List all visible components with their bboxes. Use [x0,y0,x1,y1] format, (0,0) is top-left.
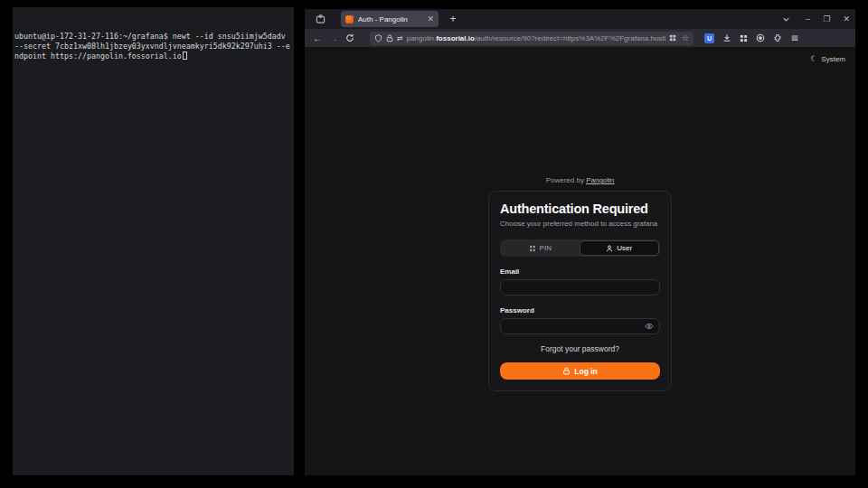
url-bar[interactable]: ⇄ pangolin.fossorial.io/auth/resource/90… [370,32,693,45]
circle-extension-icon[interactable] [756,33,765,42]
pangolin-link[interactable]: Pangolin [586,176,614,184]
swap-arrows-icon[interactable]: ⇄ [397,34,403,42]
new-tab-button[interactable]: + [446,12,460,26]
card-title: Authentication Required [500,202,660,216]
forgot-password-link[interactable]: Forgot your password? [500,344,660,353]
tab-pin-label: PIN [540,244,552,252]
theme-switcher[interactable]: ☾ System [810,54,845,63]
browser-toolbar: ← → ⇄ pangolin.fossorial.io/auth/resourc… [305,29,855,47]
reload-button[interactable] [343,31,357,45]
theme-label: System [821,55,845,63]
terminal-line: ndpoint https://pangolin.fossorial.io [14,52,187,61]
tab-pin[interactable]: PIN [501,240,580,256]
tab-strip: Auth - Pangolin ✕ + – ❐ ✕ [305,9,855,29]
window-close-button[interactable]: ✕ [843,15,850,23]
password-input[interactable] [506,323,645,331]
firefox-view-icon[interactable] [312,12,328,26]
bookmark-star-icon[interactable]: ☆ [682,34,689,42]
card-subtitle: Choose your preferred method to access g… [500,220,660,228]
password-field-wrap [500,318,660,334]
menu-hamburger-icon[interactable] [790,33,799,42]
auth-card: Authentication Required Choose your pref… [488,191,672,391]
auth-area: Powered by Pangolin Authentication Requi… [305,176,855,391]
shield-icon[interactable] [374,34,382,42]
terminal-cursor [183,52,187,60]
lock-icon[interactable] [386,34,393,42]
back-button[interactable]: ← [310,31,325,45]
email-input[interactable] [506,284,654,292]
terminal-line: --secret 7cbz1xw08lh1jbzey03yxvndljvneam… [14,42,292,52]
email-field-wrap [500,279,660,296]
page-content: ☾ System Powered by Pangolin Authenticat… [305,47,855,475]
tab-close-icon[interactable]: ✕ [427,15,434,23]
downloads-icon[interactable] [722,33,731,42]
terminal-window[interactable]: ubuntu@ip-172-31-27-116:~/grafana$ newt … [13,7,294,475]
powered-by: Powered by Pangolin [546,176,615,184]
padlock-icon [562,367,571,375]
extensions-puzzle-icon[interactable] [773,33,782,42]
login-button-label: Log in [574,367,598,376]
window-controls: – ❐ ✕ [806,9,850,29]
forward-button[interactable]: → [326,31,341,45]
moon-icon: ☾ [810,54,817,63]
browser-tab-auth-pangolin[interactable]: Auth - Pangolin ✕ [341,11,439,27]
containers-grid-icon[interactable] [669,34,676,42]
url-text: pangolin.fossorial.io/auth/resource/90?r… [407,34,665,42]
auth-method-tabs: PIN User [500,239,660,257]
password-label: Password [500,306,660,314]
login-button[interactable]: Log in [500,362,660,380]
extension-toolbar: U [704,33,799,43]
pangolin-favicon-icon [345,15,354,23]
minimize-button[interactable]: – [806,15,810,23]
tab-user[interactable]: User [580,240,660,256]
maximize-button[interactable]: ❐ [823,15,830,23]
user-icon [606,245,613,252]
keypad-icon [529,245,536,252]
email-label: Email [500,267,660,276]
terminal-line: ubuntu@ip-172-31-27-116:~/grafana$ newt … [14,32,292,42]
tab-list-chevron-icon[interactable] [782,9,790,29]
browser-window: Auth - Pangolin ✕ + – ❐ ✕ ← → [305,9,855,475]
tab-user-label: User [617,244,632,252]
ublock-extension-icon[interactable]: U [704,33,714,43]
tab-title: Auth - Pangolin [358,15,422,23]
grid-extension-icon[interactable] [740,34,748,42]
show-password-icon[interactable] [645,322,654,331]
